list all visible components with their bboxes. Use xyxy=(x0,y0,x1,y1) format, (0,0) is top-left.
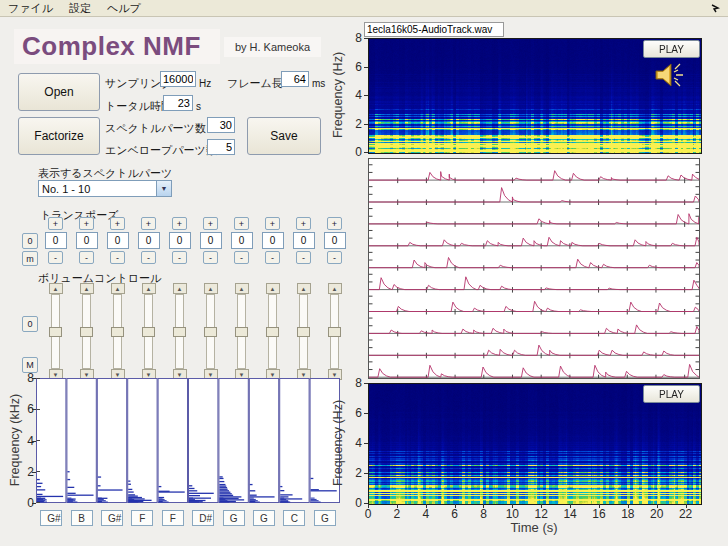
volume-slider-track-5[interactable] xyxy=(206,294,215,369)
note-button-4[interactable]: F xyxy=(162,510,184,526)
frame-length-input[interactable] xyxy=(281,71,309,87)
transpose-master-button[interactable]: m xyxy=(22,251,38,266)
save-button[interactable]: Save xyxy=(247,117,321,155)
slider-up-icon[interactable]: ▲ xyxy=(142,283,156,294)
volume-slider-8[interactable]: ▲▼ xyxy=(297,283,311,380)
transpose-minus-button-7[interactable]: - xyxy=(265,251,280,264)
volume-slider-2[interactable]: ▲▼ xyxy=(111,283,125,380)
note-button-0[interactable]: G# xyxy=(40,510,62,526)
volume-slider-thumb-2[interactable] xyxy=(111,327,124,337)
transpose-plus-button-9[interactable]: + xyxy=(327,217,342,230)
spectral-parts-input[interactable] xyxy=(207,117,235,133)
slider-up-icon[interactable]: ▲ xyxy=(328,283,342,294)
envelope-parts-input[interactable] xyxy=(207,139,235,155)
transpose-plus-button-5[interactable]: + xyxy=(203,217,218,230)
note-button-8[interactable]: C xyxy=(283,510,305,526)
transpose-value-0[interactable]: 0 xyxy=(45,232,67,249)
transpose-plus-button-8[interactable]: + xyxy=(296,217,311,230)
volume-slider-track-7[interactable] xyxy=(268,294,277,369)
open-button[interactable]: Open xyxy=(18,73,100,111)
note-button-1[interactable]: B xyxy=(71,510,93,526)
volume-slider-5[interactable]: ▲▼ xyxy=(204,283,218,380)
transpose-value-4[interactable]: 0 xyxy=(169,232,191,249)
note-button-9[interactable]: G xyxy=(314,510,336,526)
slider-up-icon[interactable]: ▲ xyxy=(235,283,249,294)
volume-slider-track-1[interactable] xyxy=(82,294,91,369)
volume-slider-track-6[interactable] xyxy=(237,294,246,369)
factorize-button[interactable]: Factorize xyxy=(18,117,100,155)
play-original-button[interactable]: PLAY xyxy=(643,40,700,58)
display-parts-select[interactable]: No. 1 - 10 ▼ xyxy=(38,180,172,197)
volume-slider-4[interactable]: ▲▼ xyxy=(173,283,187,380)
note-button-2[interactable]: G# xyxy=(101,510,123,526)
transpose-value-2[interactable]: 0 xyxy=(107,232,129,249)
transpose-plus-button-2[interactable]: + xyxy=(110,217,125,230)
transpose-value-9[interactable]: 0 xyxy=(324,232,346,249)
volume-slider-thumb-9[interactable] xyxy=(328,327,341,337)
volume-slider-track-3[interactable] xyxy=(144,294,153,369)
transpose-plus-button-4[interactable]: + xyxy=(172,217,187,230)
transpose-minus-button-4[interactable]: - xyxy=(172,251,187,264)
volume-slider-thumb-5[interactable] xyxy=(204,327,217,337)
transpose-plus-button-6[interactable]: + xyxy=(234,217,249,230)
transpose-value-1[interactable]: 0 xyxy=(76,232,98,249)
total-time-input[interactable] xyxy=(163,95,193,111)
volume-slider-track-0[interactable] xyxy=(51,294,60,369)
volume-slider-thumb-4[interactable] xyxy=(173,327,186,337)
transpose-plus-button-3[interactable]: + xyxy=(141,217,156,230)
menu-item-2[interactable]: ヘルプ xyxy=(99,0,149,17)
note-button-5[interactable]: D# xyxy=(192,510,214,526)
transpose-value-6[interactable]: 0 xyxy=(231,232,253,249)
slider-up-icon[interactable]: ▲ xyxy=(80,283,94,294)
menu-item-0[interactable]: ファイル xyxy=(0,0,61,17)
transpose-plus-button-1[interactable]: + xyxy=(79,217,94,230)
volume-slider-thumb-1[interactable] xyxy=(80,327,93,337)
sampling-input[interactable] xyxy=(160,71,196,87)
note-button-7[interactable]: G xyxy=(253,510,275,526)
transpose-value-7[interactable]: 0 xyxy=(262,232,284,249)
slider-up-icon[interactable]: ▲ xyxy=(49,283,63,294)
transpose-plus-button-7[interactable]: + xyxy=(265,217,280,230)
volume-slider-track-4[interactable] xyxy=(175,294,184,369)
volume-slider-9[interactable]: ▲▼ xyxy=(328,283,342,380)
transpose-minus-button-9[interactable]: - xyxy=(327,251,342,264)
volume-slider-1[interactable]: ▲▼ xyxy=(80,283,94,380)
transpose-value-5[interactable]: 0 xyxy=(200,232,222,249)
volume-slider-track-8[interactable] xyxy=(299,294,308,369)
volume-slider-thumb-0[interactable] xyxy=(49,327,62,337)
volume-slider-6[interactable]: ▲▼ xyxy=(235,283,249,380)
transpose-minus-button-2[interactable]: - xyxy=(110,251,125,264)
volume-slider-thumb-7[interactable] xyxy=(266,327,279,337)
transpose-reset-all-button[interactable]: 0 xyxy=(22,233,38,249)
slider-up-icon[interactable]: ▲ xyxy=(111,283,125,294)
volume-slider-thumb-8[interactable] xyxy=(297,327,310,337)
transpose-value-3[interactable]: 0 xyxy=(138,232,160,249)
menu-item-1[interactable]: 設定 xyxy=(61,0,99,17)
transpose-value-8[interactable]: 0 xyxy=(293,232,315,249)
volume-slider-7[interactable]: ▲▼ xyxy=(266,283,280,380)
menu-overflow-icon[interactable] xyxy=(710,3,720,13)
transpose-minus-button-8[interactable]: - xyxy=(296,251,311,264)
transpose-minus-button-0[interactable]: - xyxy=(48,251,63,264)
volume-slider-track-9[interactable] xyxy=(330,294,339,369)
slider-up-icon[interactable]: ▲ xyxy=(173,283,187,294)
volume-reset-button[interactable]: 0 xyxy=(22,316,38,332)
volume-slider-thumb-3[interactable] xyxy=(142,327,155,337)
note-button-3[interactable]: F xyxy=(131,510,153,526)
transpose-plus-button-0[interactable]: + xyxy=(48,217,63,230)
transpose-minus-button-6[interactable]: - xyxy=(234,251,249,264)
volume-slider-0[interactable]: ▲▼ xyxy=(49,283,63,380)
transpose-minus-button-5[interactable]: - xyxy=(203,251,218,264)
chevron-down-icon[interactable]: ▼ xyxy=(156,181,171,196)
wave-filename-input[interactable] xyxy=(364,22,504,37)
volume-slider-3[interactable]: ▲▼ xyxy=(142,283,156,380)
volume-slider-thumb-6[interactable] xyxy=(235,327,248,337)
slider-up-icon[interactable]: ▲ xyxy=(266,283,280,294)
volume-slider-track-2[interactable] xyxy=(113,294,122,369)
transpose-minus-button-1[interactable]: - xyxy=(79,251,94,264)
transpose-minus-button-3[interactable]: - xyxy=(141,251,156,264)
note-button-6[interactable]: G xyxy=(223,510,245,526)
slider-up-icon[interactable]: ▲ xyxy=(204,283,218,294)
play-resynth-button[interactable]: PLAY xyxy=(643,385,700,403)
slider-up-icon[interactable]: ▲ xyxy=(297,283,311,294)
